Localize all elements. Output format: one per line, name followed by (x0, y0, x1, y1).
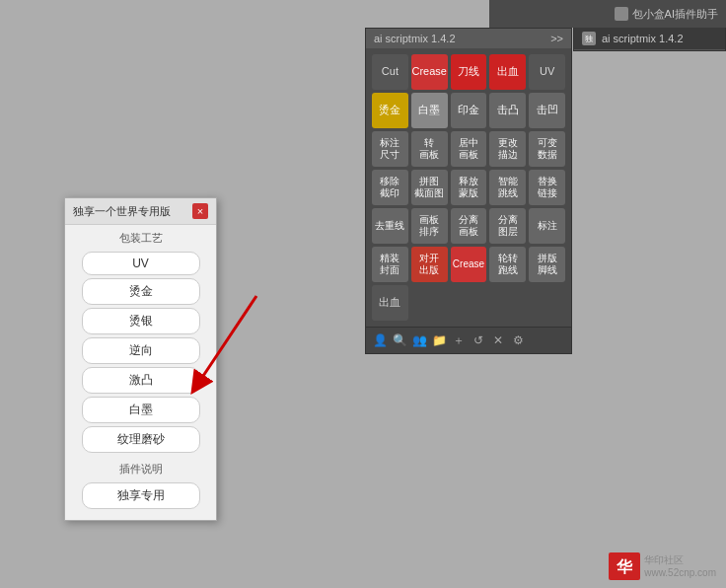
plugin-assistant-bar: 包小盒AI插件助手 (607, 0, 726, 28)
btn-uv[interactable]: UV (529, 54, 565, 90)
watermark-community: 华印社区 (644, 553, 716, 566)
user-search-icon[interactable]: 🔍 (392, 332, 407, 348)
ai-panel-title: ai scriptmix 1.4.2 (374, 33, 456, 44)
left-panel-header: 独享一个世界专用版 × (65, 198, 216, 225)
user-icon[interactable]: 👤 (372, 332, 388, 348)
btn-white-ink[interactable]: 白墨 (411, 93, 448, 128)
btn-transfer-board[interactable]: 转画板 (411, 131, 448, 167)
ai-panel-header: ai scriptmix 1.4.2 >> (366, 29, 571, 48)
btn-strike-concave[interactable]: 击凹 (529, 93, 565, 128)
left-panel-close-button[interactable]: × (192, 203, 208, 219)
btn-label-size[interactable]: 标注尺寸 (372, 131, 408, 167)
btn-hot-silver-left[interactable]: 烫银 (82, 308, 200, 334)
btn-typeset-foot[interactable]: 拼版脚线 (529, 247, 565, 282)
btn-clone-section[interactable]: 拼图截面图 (411, 170, 448, 205)
watermark: 华 华印社区 www.52cnp.com (609, 552, 716, 580)
btn-cut[interactable]: Cut (372, 54, 408, 90)
btn-remove-dup-line[interactable]: 去重线 (372, 208, 408, 244)
right-panel-active-label: ai scriptmix 1.4.2 (602, 33, 684, 44)
btn-hot-gold[interactable]: 烫金 (372, 93, 408, 128)
user-add-icon[interactable]: 👥 (411, 332, 427, 348)
btn-separate-board[interactable]: 分离画板 (451, 208, 487, 244)
add-icon[interactable]: ＋ (451, 332, 467, 348)
btn-open-publish[interactable]: 对开出版 (411, 247, 448, 282)
right-side-panel: 独 ai scriptmix 1.4.2 (573, 28, 726, 51)
btn-strike-convex[interactable]: 击凸 (489, 93, 526, 128)
btn-smart-line[interactable]: 智能跳线 (489, 170, 526, 205)
btn-knife-line[interactable]: 刀线 (451, 54, 487, 90)
watermark-text: 华印社区 www.52cnp.com (644, 553, 716, 579)
ai-panel-grid: Cut Crease 刀线 出血 UV 烫金 白墨 印金 击凸 击凹 标注尺寸 … (366, 48, 571, 327)
settings-icon[interactable]: ⚙ (510, 332, 526, 348)
right-panel-tab-row: 独 ai scriptmix 1.4.2 (574, 28, 725, 50)
btn-hot-gold-left[interactable]: 烫金 (82, 278, 200, 305)
btn-board-sort[interactable]: 画板排序 (411, 208, 448, 244)
svg-text:华: 华 (616, 558, 633, 575)
watermark-site: www.52cnp.com (644, 566, 716, 579)
btn-hardcover-face[interactable]: 精装封面 (372, 247, 408, 282)
btn-emboss-left[interactable]: 激凸 (82, 367, 200, 394)
folder-icon[interactable]: 📁 (431, 332, 447, 348)
section-plugin-title: 插件说明 (65, 456, 216, 479)
btn-texture-sand-left[interactable]: 纹理磨砂 (82, 426, 200, 453)
btn-crease[interactable]: Crease (411, 54, 448, 90)
right-panel-icon: 独 (582, 32, 596, 45)
watermark-logo-icon: 华 (609, 552, 640, 580)
btn-mark[interactable]: 标注 (529, 208, 565, 244)
ai-panel-footer: 👤 🔍 👥 📁 ＋ ↺ ✕ ⚙ (366, 327, 571, 353)
btn-center-board[interactable]: 居中画板 (451, 131, 487, 167)
left-panel: 独享一个世界专用版 × 包装工艺 UV 烫金 烫银 逆向 激凸 白墨 纹理磨砂 … (64, 197, 217, 521)
btn-wheel-run[interactable]: 轮转跑线 (489, 247, 526, 282)
btn-remove-stamp[interactable]: 移除截印 (372, 170, 408, 205)
btn-variable-data[interactable]: 可变数据 (529, 131, 565, 167)
top-bar: 包小盒AI插件助手 (489, 0, 726, 28)
section-packaging-title: 包装工艺 (65, 225, 216, 249)
btn-separate-layer[interactable]: 分离图层 (489, 208, 526, 244)
btn-bleed-1[interactable]: 出血 (489, 54, 526, 90)
btn-white-ink-left[interactable]: 白墨 (82, 397, 200, 423)
btn-uv-left[interactable]: UV (82, 252, 200, 275)
ai-scriptmix-panel: ai scriptmix 1.4.2 >> Cut Crease 刀线 出血 U… (365, 28, 572, 354)
close-footer-icon[interactable]: ✕ (490, 332, 506, 348)
btn-exclusive-left[interactable]: 独享专用 (82, 482, 200, 509)
btn-bleed-bottom[interactable]: 出血 (372, 285, 408, 321)
desktop: 包小盒AI插件助手 独 ai scriptmix 1.4.2 ai script… (0, 0, 726, 588)
btn-reverse-left[interactable]: 逆向 (82, 337, 200, 364)
btn-replace-link[interactable]: 替换链接 (529, 170, 565, 205)
ai-panel-expand-icon[interactable]: >> (550, 33, 563, 44)
btn-print-gold[interactable]: 印金 (451, 93, 487, 128)
btn-release-mask[interactable]: 释放蒙版 (451, 170, 487, 205)
refresh-icon[interactable]: ↺ (471, 332, 486, 348)
btn-update-stroke[interactable]: 更改描边 (489, 131, 526, 167)
plugin-label: 包小盒AI插件助手 (632, 7, 718, 22)
left-panel-title: 独享一个世界专用版 (73, 204, 171, 219)
plugin-icon (615, 7, 628, 21)
btn-crease-2[interactable]: Crease (451, 247, 487, 282)
